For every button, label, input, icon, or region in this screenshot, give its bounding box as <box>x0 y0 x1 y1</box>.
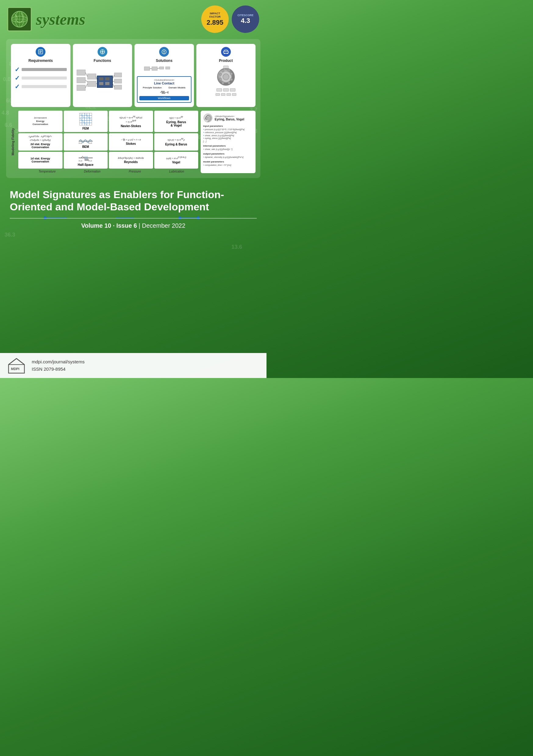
svg-text:(x,y): (x,y) <box>79 160 82 162</box>
functions-title: Functions <box>75 59 130 63</box>
pressure-label: Pressure <box>129 170 141 173</box>
svg-point-53 <box>228 69 230 71</box>
title-divider <box>10 218 257 219</box>
svg-point-55 <box>230 78 233 81</box>
top-cards-row: Requirements ✓ ✓ ✓ Funct <box>11 44 256 107</box>
header: systems IMPACTFACTOR 2.895 CITESCORE 4.3 <box>0 0 266 36</box>
cell-stokes: −∇p + μ·Δv̄ + f = θ Stokes <box>109 133 153 150</box>
svg-line-25 <box>85 84 88 88</box>
deformation-label: Deformation <box>84 170 100 173</box>
internal-param-1: + shear_rate (x,y,t)()(fixed)[s⁻¹] <box>203 148 253 151</box>
internal-params-section: internal parameters + shear_rate (x,y,t)… <box>203 145 253 151</box>
svg-rect-19 <box>99 77 103 80</box>
product-diagram <box>199 65 253 96</box>
cell-fem: FEM <box>64 111 108 132</box>
svg-rect-37 <box>152 67 157 70</box>
node-1 <box>216 88 222 92</box>
functions-diagram <box>75 65 130 99</box>
svg-point-50 <box>223 74 229 80</box>
requirements-icon <box>36 47 45 57</box>
footer-text: mdpi.com/journal/systems ISSN 2079-8954 <box>32 358 84 373</box>
svg-point-54 <box>230 72 233 75</box>
svg-rect-17 <box>88 81 96 87</box>
model-sig-header: «ModelSignature» Eyring, Barus, Vogel <box>203 113 253 123</box>
solutions-title: Solutions <box>137 59 191 63</box>
cell-2d-transient: 2d transient Energy Conservation <box>18 111 63 132</box>
solutions-card: Solutions «SolutionElement» Line Contact… <box>134 44 194 107</box>
title-section: Model Signatures as Enablers for Functio… <box>0 181 266 234</box>
output-params-header: output parameters <box>203 152 253 155</box>
eyring-barus-label: Eyring & Barus <box>165 143 187 146</box>
article-title: Model Signatures as Enablers for Functio… <box>10 188 257 213</box>
svg-rect-16 <box>88 74 96 79</box>
input-param-4: + eyring_stress ()()(fixed)[Pa] <box>203 137 253 140</box>
svg-marker-82 <box>9 359 24 373</box>
input-param-2: + reference_pressure ()()(fixed)[Pa] <box>203 131 253 134</box>
svg-point-52 <box>222 69 224 72</box>
bearing-svg <box>214 65 238 87</box>
citescore-value: 4.3 <box>241 17 250 25</box>
input-params-section: input parameters + pressure (x,y,t)(1*10… <box>203 125 253 143</box>
output-param-1: + dynamic_viscosity (x,y,t)()(tunable)[P… <box>203 156 253 159</box>
requirements-title: Requirements <box>14 59 68 63</box>
solution-icon-springs <box>159 90 169 95</box>
node-4 <box>215 93 220 96</box>
node-2 <box>223 88 229 92</box>
product-card: Product <box>196 44 256 107</box>
fem-mesh-svg <box>79 113 92 126</box>
y-axis-area: Modeling Fidelity <box>11 111 16 173</box>
cell-navier-stokes: η(ρ,p) = η₀·eαp·η(θ,p)= η₀·eβp/θ Navier-… <box>109 111 153 132</box>
diagram-section: Requirements ✓ ✓ ✓ Funct <box>6 39 260 178</box>
input-param-3: + shear_stress (x,y,t)()(fixed)[Pa] <box>203 134 253 137</box>
eyring-barus-vogel-label: Eyring, Barus& Vogel <box>166 121 186 127</box>
impact-factor-value: 2.895 <box>207 18 223 27</box>
navier-stokes-label: Navier-Stokes <box>121 124 141 128</box>
cell-2d-stat: cfρu∂T/∂x - kf∂²T/∂y²=εTu∂ρ/∂x + η(∂u/∂y… <box>18 133 63 150</box>
logo-box <box>7 7 32 31</box>
cell-eyring-barus: η(ρ,p) = η₀·eαρρ Eyring & Barus <box>154 133 199 150</box>
svg-text:MDPI: MDPI <box>11 367 19 371</box>
input-params-header: input parameters <box>203 125 253 127</box>
cell-reynolds: ∂/∂x(k³∂p/η∂x) = 6ū∂h/∂z Reynolds <box>109 152 153 169</box>
impact-factor-badge: IMPACTFACTOR 2.895 <box>201 6 229 33</box>
check-bar-1 <box>22 68 67 71</box>
svg-text:(x,y): (x,y) <box>88 142 92 144</box>
svg-rect-22 <box>105 82 109 85</box>
svg-rect-39 <box>166 67 170 69</box>
cell-eyring-barus-vogel: η(ρ) = η₀·eαp Eyring, Barus& Vogel <box>154 111 199 132</box>
checkmark-3: ✓ <box>14 84 20 90</box>
bem-label: BEM <box>82 145 89 148</box>
model-sig-name: Eyring, Barus, Vogel <box>215 118 244 121</box>
svg-line-72 <box>80 118 87 125</box>
svg-line-23 <box>85 72 88 76</box>
svg-rect-28 <box>114 73 122 77</box>
product-icon <box>221 47 231 57</box>
svg-rect-38 <box>159 67 164 69</box>
check-bar-3 <box>22 85 67 88</box>
publication-date: December 2022 <box>142 222 185 229</box>
svg-line-84 <box>9 359 16 364</box>
citescore-label: CITESCORE <box>238 14 254 17</box>
svg-point-57 <box>222 82 224 84</box>
axis-labels-row: Temperature Deformation Pressure Lubrica… <box>18 170 198 173</box>
logo-area: systems <box>7 7 85 31</box>
svg-line-41 <box>157 68 159 68</box>
svg-line-85 <box>16 359 24 364</box>
functions-card: Functions <box>73 44 132 107</box>
model-sig-stereotype-label: «ModelSignature» <box>215 115 244 118</box>
requirements-card: Requirements ✓ ✓ ✓ <box>11 44 70 107</box>
svg-rect-29 <box>114 79 122 83</box>
badges-area: IMPACTFACTOR 2.895 CITESCORE 4.3 <box>201 6 259 33</box>
svg-rect-59 <box>223 66 228 68</box>
svg-point-46 <box>224 53 225 54</box>
cell-vogel: η₀(θ) = A·e(C/(θ-θ₀)) Vogel <box>154 152 199 169</box>
req-row-1: ✓ <box>14 67 67 72</box>
svg-line-71 <box>84 113 92 121</box>
node-6 <box>227 93 231 96</box>
svg-point-56 <box>228 82 230 84</box>
cell-bem: (x,y) (x,y) BEM <box>64 133 108 150</box>
solutions-icon <box>159 47 169 57</box>
cell-half-space: (x,y) (x,y) Half-Space <box>64 152 108 169</box>
svg-point-12 <box>102 51 103 52</box>
model-sig-title-area: «ModelSignature» Eyring, Barus, Vogel <box>215 115 244 121</box>
